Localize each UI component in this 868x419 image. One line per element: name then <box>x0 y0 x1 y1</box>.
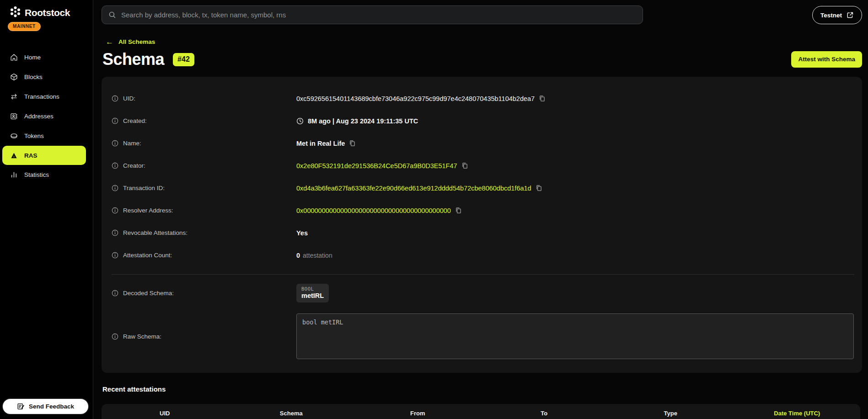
detail-row-transaction-id: Transaction ID: 0xd4a3b6fea627fa63363fe2… <box>112 177 854 199</box>
attest-with-schema-button[interactable]: Attest with Schema <box>791 51 862 68</box>
raw-schema-textarea[interactable]: bool metIRL <box>296 313 854 359</box>
home-icon <box>10 53 18 62</box>
sidebar-nav: Home Blocks Transactions Addresses <box>0 48 93 185</box>
info-icon <box>112 117 118 124</box>
detail-label: Decoded Schema: <box>123 290 174 297</box>
sidebar-item-addresses[interactable]: Addresses <box>0 106 93 126</box>
copy-icon[interactable] <box>539 95 546 102</box>
sidebar-item-label: Blocks <box>24 74 43 80</box>
feedback-note-icon <box>17 403 25 410</box>
info-icon <box>112 185 118 191</box>
detail-row-uid: UID: 0xc59265615401143689cbfe73046a922c9… <box>112 87 854 110</box>
back-to-all-schemas-link[interactable]: ← All Schemas <box>106 38 155 46</box>
sidebar-item-ras[interactable]: RAS <box>2 146 86 165</box>
decoded-field-chip: BOOL metIRL <box>296 284 329 302</box>
info-icon <box>112 252 118 259</box>
detail-row-creator: Creator: 0x2e80F532191de291536B24Ce5D67a… <box>112 154 854 177</box>
main-content: Testnet ← All Schemas Schema #42 Attest … <box>93 0 868 419</box>
feedback-label: Send Feedback <box>29 403 74 410</box>
sidebar-item-label: Tokens <box>24 133 44 139</box>
title-row: Schema #42 Attest with Schema <box>102 50 862 69</box>
column-header-type: Type <box>607 410 734 417</box>
contact-card-icon <box>10 112 18 121</box>
detail-row-resolver: Resolver Address: 0x00000000000000000000… <box>112 199 854 222</box>
topbar: Testnet <box>102 5 862 24</box>
created-value: 8M ago | Aug 23 2024 19:11:35 UTC <box>308 117 418 125</box>
creator-address-link[interactable]: 0x2e80F532191de291536B24Ce5D67a9B0D3E51F… <box>296 162 457 170</box>
column-header-to: To <box>481 410 608 417</box>
detail-label: Attestation Count: <box>123 252 172 259</box>
detail-label: Created: <box>123 117 147 124</box>
field-name: metIRL <box>301 292 324 299</box>
resolver-address-link[interactable]: 0x00000000000000000000000000000000000000… <box>296 207 451 214</box>
detail-row-decoded-schema: Decoded Schema: BOOL metIRL <box>112 278 854 308</box>
back-link-label: All Schemas <box>118 38 155 45</box>
sidebar: Rootstock MAINNET Home Blocks Transacti <box>0 0 93 419</box>
search-input[interactable] <box>121 11 636 19</box>
attestation-count-suffix[interactable]: attestation <box>303 252 332 259</box>
info-icon <box>112 162 118 169</box>
detail-label: Raw Schema: <box>123 333 161 340</box>
network-badge[interactable]: MAINNET <box>8 22 41 31</box>
search-icon <box>108 11 116 19</box>
rootstock-logo-icon <box>9 5 21 20</box>
section-divider <box>112 274 854 275</box>
schema-detail-card: UID: 0xc59265615401143689cbfe73046a922c9… <box>102 77 862 373</box>
sidebar-item-label: Transactions <box>24 93 59 100</box>
sidebar-item-blocks[interactable]: Blocks <box>0 67 93 87</box>
attestations-table-header: UID Schema From To Type Date Time (UTC) <box>102 404 860 419</box>
external-link-icon <box>847 11 854 19</box>
name-value: Met in Real Life <box>296 140 345 147</box>
testnet-switch-button[interactable]: Testnet <box>812 6 862 24</box>
page-title: Schema <box>102 50 164 69</box>
coin-icon <box>10 132 18 140</box>
copy-icon[interactable] <box>461 162 468 169</box>
detail-label: Revocable Attestations: <box>123 229 188 236</box>
schema-id-badge: #42 <box>173 53 194 66</box>
rootstock-logo[interactable]: Rootstock <box>0 0 93 20</box>
send-feedback-button[interactable]: Send Feedback <box>2 398 89 415</box>
bar-chart-icon <box>10 171 18 179</box>
sidebar-item-label: Addresses <box>24 113 54 120</box>
info-icon <box>112 207 118 214</box>
recent-attestations-heading: Recent attestations <box>102 385 862 393</box>
column-header-schema: Schema <box>228 410 355 417</box>
detail-label: Resolver Address: <box>123 207 173 214</box>
cube-icon <box>10 73 18 81</box>
app-window: Rootstock MAINNET Home Blocks Transacti <box>0 0 868 419</box>
copy-icon[interactable] <box>455 207 462 214</box>
detail-row-revocable: Revocable Attestations: Yes <box>112 222 854 244</box>
sidebar-item-label: Statistics <box>24 171 49 178</box>
detail-row-name: Name: Met in Real Life <box>112 132 854 154</box>
info-icon <box>112 229 118 236</box>
field-type: BOOL <box>301 286 324 292</box>
testnet-label: Testnet <box>820 12 842 19</box>
sidebar-item-tokens[interactable]: Tokens <box>0 126 93 146</box>
copy-icon[interactable] <box>536 185 542 191</box>
detail-label: Transaction ID: <box>123 185 165 191</box>
swap-arrows-icon <box>10 93 18 101</box>
column-header-uid: UID <box>102 410 228 417</box>
column-header-from: From <box>354 410 481 417</box>
attestation-count-value: 0 <box>296 252 300 259</box>
column-header-datetime[interactable]: Date Time (UTC) <box>734 410 861 417</box>
detail-label: Name: <box>123 140 141 147</box>
info-icon <box>112 140 118 147</box>
sidebar-item-label: Home <box>24 54 41 61</box>
attestation-icon <box>10 151 18 159</box>
arrow-left-icon: ← <box>106 38 113 46</box>
detail-label: UID: <box>123 95 135 102</box>
detail-row-created: Created: 8M ago | Aug 23 2024 19:11:35 U… <box>112 110 854 132</box>
copy-icon[interactable] <box>349 140 356 147</box>
detail-row-raw-schema: Raw Schema: bool metIRL <box>112 313 854 359</box>
sidebar-item-statistics[interactable]: Statistics <box>0 165 93 185</box>
detail-row-attestation-count: Attestation Count: 0 attestation <box>112 244 854 266</box>
sidebar-item-transactions[interactable]: Transactions <box>0 87 93 106</box>
sidebar-item-home[interactable]: Home <box>0 48 93 67</box>
transaction-id-link[interactable]: 0xd4a3b6fea627fa63363fe22e90d66ed613e912… <box>296 185 531 192</box>
brand-name: Rootstock <box>25 7 70 18</box>
sidebar-item-label: RAS <box>24 152 38 159</box>
search-bar[interactable] <box>102 5 643 24</box>
info-icon <box>112 95 118 102</box>
info-icon <box>112 290 118 297</box>
